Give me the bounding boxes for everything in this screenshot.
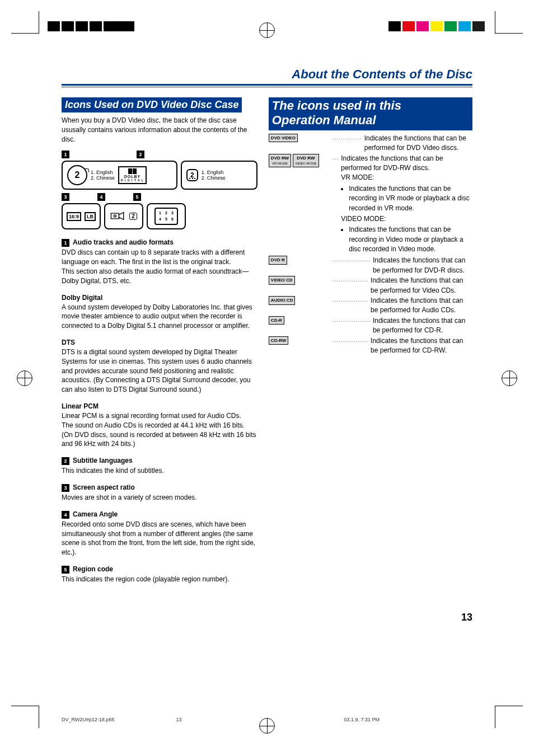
angle-count: 2 — [129, 213, 137, 220]
diagram-box-aspect: 16:9 LB — [62, 203, 101, 229]
def-text-2: This indicates the kind of subtitles. — [62, 466, 257, 476]
diagram-label-1: 1 — [62, 151, 69, 158]
leader-dots: .................. — [330, 316, 373, 325]
dolby-digital-icon: DOLBY D I G I T A L — [118, 166, 147, 184]
audio-track-count-icon: 2 — [67, 165, 87, 185]
list-item: CD-R .................. Indicates the fu… — [269, 316, 472, 336]
def-title-dts: DTS — [62, 339, 257, 346]
page-number: 13 — [461, 612, 472, 623]
title-rule-thick — [62, 84, 472, 86]
list-text: Indicates the functions that can be perf… — [371, 296, 472, 316]
def-text-5: This indicates the region code (playable… — [62, 575, 257, 584]
leader-dots: ................. — [330, 296, 371, 304]
leader-dots: ................. — [330, 336, 371, 345]
def-title-5: Region code — [73, 565, 113, 573]
def-text-1: DVD discs can contain up to 8 separate t… — [62, 248, 257, 285]
subtitle-language-list: 1. English 2. Chinese — [202, 170, 226, 182]
registration-cross-left — [17, 370, 32, 386]
left-intro: When you buy a DVD Video disc, the back … — [62, 116, 257, 144]
footer-info: DV_RW2U#p12-18.p65 13 03.1.9, 7:31 PM — [62, 717, 472, 722]
sub-bullet-video: Indicates the functions that can be reco… — [349, 225, 472, 254]
camera-angle-icon — [110, 210, 126, 223]
list-text: Indicates the functions that can be perf… — [371, 276, 472, 295]
diagram-label-5: 5 — [133, 193, 141, 201]
list-text: Indicates the functions that can be perf… — [371, 336, 472, 356]
diagram-label-2: 2 — [137, 151, 144, 158]
leader-dots: .............. — [330, 134, 364, 142]
audio-language-list: 1. English 2. Chinese — [91, 170, 115, 182]
def-text-dts: DTS is a digital sound system developed … — [62, 348, 257, 395]
def-num-5: 5 — [62, 566, 69, 574]
right-heading: The icons used in this Operation Manual — [269, 97, 472, 130]
diagram-label-3: 3 — [62, 193, 69, 201]
page: About the Contents of the Disc Icons Use… — [0, 0, 534, 756]
def-text-lpcm: Linear PCM is a signal recording format … — [62, 411, 257, 449]
list-text: Indicates the functions that can be perf… — [364, 134, 472, 153]
list-item: DVD VIDEO .............. Indicates the f… — [269, 134, 472, 153]
leader-dots: .................. — [330, 256, 373, 264]
definitions: 1 Audio tracks and audio formats DVD dis… — [62, 238, 257, 584]
badge-cd-r: CD-R — [269, 316, 284, 325]
badge-cd-rw: CD-RW — [269, 336, 288, 345]
svg-point-0 — [114, 215, 116, 217]
diagram-label-4: 4 — [97, 193, 105, 201]
def-text-dolby: A sound system developed by Dolby Labora… — [62, 303, 257, 331]
registration-cross-right — [502, 370, 517, 386]
leader-dots: ................. — [330, 276, 371, 284]
def-title-4: Camera Angle — [73, 510, 118, 518]
crop-marks-top — [0, 11, 534, 50]
def-num-2: 2 — [62, 457, 69, 465]
sub-heading-video: VIDEO MODE: — [341, 214, 472, 224]
sub-bullet-vr: Indicates the functions that can be reco… — [349, 184, 472, 213]
badge-dvd-video: DVD VIDEO — [269, 134, 298, 143]
list-item: CD-RW ................. Indicates the fu… — [269, 336, 472, 356]
diagram-box-audio: 2 1. English 2. Chinese DOLBY D I G I T … — [62, 161, 177, 190]
subtitle-count-icon: 2 — [186, 169, 198, 181]
list-item: DVD R .................. Indicates the f… — [269, 256, 472, 275]
region-code-icon: 1 2 3 4 5 6 — [154, 208, 178, 225]
footer-filename: DV_RW2U#p12-18.p65 — [62, 717, 114, 722]
list-item: AUDIO CD ................. Indicates the… — [269, 296, 472, 316]
def-num-3: 3 — [62, 484, 69, 492]
badge-dvd-rw-vr: DVD RWVR MODE — [269, 154, 291, 167]
footer-page: 13 — [176, 717, 181, 722]
def-num-1: 1 — [62, 239, 69, 247]
aspect-letterbox-value: LB — [85, 212, 96, 221]
leader-dots: ... — [330, 154, 341, 162]
list-item: DVD RWVR MODE DVD RWVIDEO MODE ... Indic… — [269, 154, 472, 256]
left-heading: Icons Used on DVD Video Disc Case — [62, 97, 242, 112]
content-area: About the Contents of the Disc Icons Use… — [62, 67, 472, 584]
def-title-2: Subtitle languages — [73, 457, 133, 464]
column-right: The icons used in this Operation Manual … — [269, 97, 472, 584]
list-text: Indicates the functions that can be perf… — [341, 154, 472, 256]
def-title-lpcm: Linear PCM — [62, 402, 257, 410]
column-left: Icons Used on DVD Video Disc Case When y… — [62, 97, 257, 584]
def-num-4: 4 — [62, 511, 69, 519]
badge-dvd-r: DVD R — [269, 256, 287, 265]
sub-heading-vr: VR MODE: — [341, 173, 472, 182]
title-rule-thin — [62, 87, 472, 87]
def-title-1: Audio tracks and audio formats — [73, 238, 174, 246]
aspect-ratio-value: 16:9 — [67, 212, 81, 221]
diagram-box-subtitle: 2 1. English 2. Chinese — [181, 161, 257, 190]
disc-case-diagram: 1 2 2 1. English 2. Chinese D — [62, 151, 257, 229]
diagram-box-region: 1 2 3 4 5 6 — [147, 203, 186, 229]
badge-video-cd: VIDEO CD — [269, 276, 295, 285]
crop-marks-bottom — [0, 706, 534, 745]
manual-icon-list: DVD VIDEO .............. Indicates the f… — [269, 134, 472, 356]
def-text-4: Recorded onto some DVD discs are scenes,… — [62, 520, 257, 557]
def-text-3: Movies are shot in a variety of screen m… — [62, 493, 257, 503]
footer-timestamp: 03.1.9, 7:31 PM — [344, 717, 380, 722]
page-title: About the Contents of the Disc — [62, 67, 472, 84]
list-text: Indicates the functions that can be perf… — [373, 316, 472, 336]
def-title-3: Screen aspect ratio — [73, 483, 135, 491]
list-item: VIDEO CD ................. Indicates the… — [269, 276, 472, 295]
badge-audio-cd: AUDIO CD — [269, 296, 296, 305]
badge-dvd-rw-video: DVD RWVIDEO MODE — [293, 154, 318, 167]
list-text: Indicates the functions that can be perf… — [373, 256, 472, 275]
def-title-dolby: Dolby Digital — [62, 294, 257, 302]
diagram-box-angle: 2 — [104, 203, 143, 229]
